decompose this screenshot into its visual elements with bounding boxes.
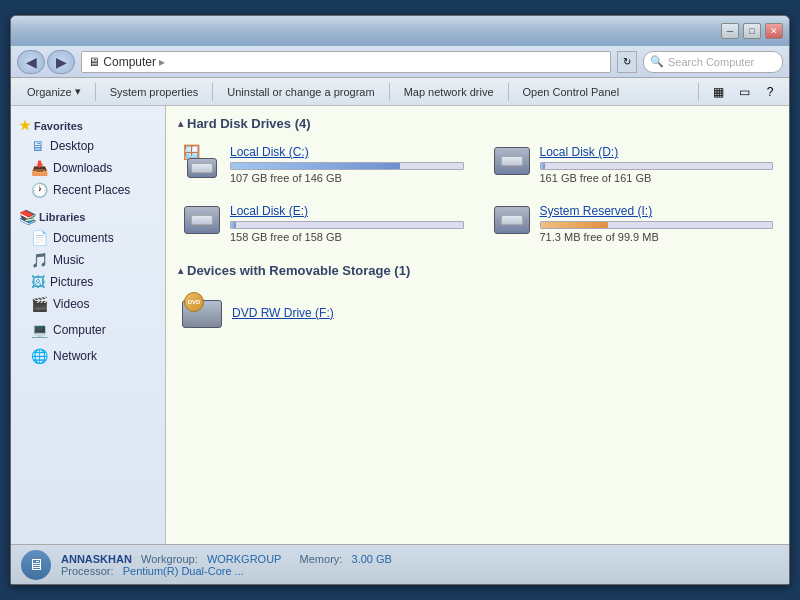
explorer-window: ─ □ ✕ ◀ ▶ 🖥 Computer ▸ ↻ 🔍 Search Comput… bbox=[10, 15, 790, 585]
removable-section-header: ▴ Devices with Removable Storage (1) bbox=[178, 263, 777, 278]
drive-c-hdd-shape bbox=[187, 158, 217, 178]
minimize-button[interactable]: ─ bbox=[721, 23, 739, 39]
drive-reserved-icon bbox=[492, 204, 532, 236]
toolbar-separator-5 bbox=[698, 83, 699, 101]
drive-e-icon bbox=[182, 204, 222, 236]
map-network-button[interactable]: Map network drive bbox=[396, 81, 502, 103]
dvd-disc-label: DVD bbox=[184, 292, 204, 312]
nav-buttons: ◀ ▶ bbox=[17, 50, 75, 74]
removable-section-label: Devices with Removable Storage (1) bbox=[187, 263, 410, 278]
drive-c-info: Local Disk (C:) 107 GB free of 146 GB bbox=[230, 145, 464, 184]
view-icon-button[interactable]: ▦ bbox=[707, 81, 729, 103]
processor-value: Pentium(R) Dual-Core ... bbox=[123, 565, 244, 577]
restore-button[interactable]: □ bbox=[743, 23, 761, 39]
hard-disk-triangle-icon: ▴ bbox=[178, 118, 183, 129]
drive-e-hdd-shape bbox=[184, 206, 220, 234]
sidebar-item-videos-label: Videos bbox=[53, 297, 89, 311]
drive-e-free-text: 158 GB free of 158 GB bbox=[230, 231, 464, 243]
search-box[interactable]: 🔍 Search Computer bbox=[643, 51, 783, 73]
drive-c-bar-container bbox=[230, 162, 464, 170]
address-path[interactable]: 🖥 Computer ▸ bbox=[81, 51, 611, 73]
sidebar-item-pictures[interactable]: 🖼 Pictures bbox=[11, 271, 165, 293]
address-dropdown-button[interactable]: ↻ bbox=[617, 51, 637, 73]
recent-icon: 🕐 bbox=[31, 182, 48, 198]
favorites-header[interactable]: ★ Favorites bbox=[11, 114, 165, 135]
workgroup-value: WORKGROUP bbox=[207, 553, 281, 565]
toolbar-separator-2 bbox=[212, 83, 213, 101]
title-bar: ─ □ ✕ bbox=[11, 16, 789, 46]
sidebar-item-downloads-label: Downloads bbox=[53, 161, 112, 175]
drive-reserved-name[interactable]: System Reserved (I:) bbox=[540, 204, 774, 218]
drive-reserved-item[interactable]: System Reserved (I:) 71.3 MB free of 99.… bbox=[488, 200, 778, 247]
system-properties-label: System properties bbox=[110, 86, 199, 98]
pictures-icon: 🖼 bbox=[31, 274, 45, 290]
drive-e-item[interactable]: Local Disk (E:) 158 GB free of 158 GB bbox=[178, 200, 468, 247]
search-placeholder: Search Computer bbox=[668, 56, 754, 68]
drive-c-name[interactable]: Local Disk (C:) bbox=[230, 145, 464, 159]
hard-disk-section-header: ▴ Hard Disk Drives (4) bbox=[178, 116, 777, 131]
open-control-panel-button[interactable]: Open Control Panel bbox=[515, 81, 628, 103]
drive-d-info: Local Disk (D:) 161 GB free of 161 GB bbox=[540, 145, 774, 184]
drives-grid: 🪟 Local Disk (C:) 107 GB free of 146 GB bbox=[178, 141, 777, 247]
downloads-icon: 📥 bbox=[31, 160, 48, 176]
dvd-drive-name[interactable]: DVD RW Drive (F:) bbox=[232, 306, 334, 320]
music-icon: 🎵 bbox=[31, 252, 48, 268]
computer-section: 💻 Computer bbox=[11, 319, 165, 341]
drive-d-name[interactable]: Local Disk (D:) bbox=[540, 145, 774, 159]
network-icon: 🌐 bbox=[31, 348, 48, 364]
sidebar-item-documents[interactable]: 📄 Documents bbox=[11, 227, 165, 249]
toolbar-right: ▦ ▭ ? bbox=[694, 81, 781, 103]
drive-e-bar-container bbox=[230, 221, 464, 229]
favorites-star-icon: ★ bbox=[19, 118, 31, 133]
sidebar-item-computer[interactable]: 💻 Computer bbox=[11, 319, 165, 341]
system-properties-button[interactable]: System properties bbox=[102, 81, 207, 103]
drive-d-item[interactable]: Local Disk (D:) 161 GB free of 161 GB bbox=[488, 141, 778, 188]
libraries-icon: 📚 bbox=[19, 209, 36, 225]
sidebar-item-computer-label: Computer bbox=[53, 323, 106, 337]
network-section: 🌐 Network bbox=[11, 345, 165, 367]
sidebar-item-videos[interactable]: 🎬 Videos bbox=[11, 293, 165, 315]
open-control-panel-label: Open Control Panel bbox=[523, 86, 620, 98]
close-button[interactable]: ✕ bbox=[765, 23, 783, 39]
drive-d-icon bbox=[492, 145, 532, 177]
drive-c-bar-fill bbox=[231, 163, 400, 169]
sidebar-item-recent-label: Recent Places bbox=[53, 183, 130, 197]
layout-icon-button[interactable]: ▭ bbox=[733, 81, 755, 103]
drive-e-name[interactable]: Local Disk (E:) bbox=[230, 204, 464, 218]
removable-triangle-icon: ▴ bbox=[178, 265, 183, 276]
back-button[interactable]: ◀ bbox=[17, 50, 45, 74]
memory-label: Memory: bbox=[300, 553, 343, 565]
sidebar-item-recent[interactable]: 🕐 Recent Places bbox=[11, 179, 165, 201]
libraries-header[interactable]: 📚 Libraries bbox=[11, 205, 165, 227]
sidebar-item-desktop[interactable]: 🖥 Desktop bbox=[11, 135, 165, 157]
sidebar-item-music[interactable]: 🎵 Music bbox=[11, 249, 165, 271]
organize-button[interactable]: Organize ▾ bbox=[19, 81, 89, 103]
processor-label: Processor: bbox=[61, 565, 114, 577]
favorites-section: ★ Favorites 🖥 Desktop 📥 Downloads 🕐 Rece… bbox=[11, 114, 165, 201]
address-icon: 🖥 bbox=[88, 55, 100, 69]
forward-button[interactable]: ▶ bbox=[47, 50, 75, 74]
sidebar-item-downloads[interactable]: 📥 Downloads bbox=[11, 157, 165, 179]
memory-value: 3.00 GB bbox=[352, 553, 392, 565]
address-chevron: ▸ bbox=[159, 55, 165, 69]
drive-c-icon: 🪟 bbox=[182, 145, 222, 177]
map-network-label: Map network drive bbox=[404, 86, 494, 98]
dvd-drive-item[interactable]: DVD DVD RW Drive (F:) bbox=[178, 288, 777, 332]
drive-d-hdd-shape bbox=[494, 147, 530, 175]
main-area: ★ Favorites 🖥 Desktop 📥 Downloads 🕐 Rece… bbox=[11, 106, 789, 544]
sidebar-item-documents-label: Documents bbox=[53, 231, 114, 245]
uninstall-label: Uninstall or change a program bbox=[227, 86, 374, 98]
drive-c-item[interactable]: 🪟 Local Disk (C:) 107 GB free of 146 GB bbox=[178, 141, 468, 188]
videos-icon: 🎬 bbox=[31, 296, 48, 312]
hard-disk-section-label: Hard Disk Drives (4) bbox=[187, 116, 311, 131]
toolbar-separator-4 bbox=[508, 83, 509, 101]
drive-e-info: Local Disk (E:) 158 GB free of 158 GB bbox=[230, 204, 464, 243]
sidebar-item-pictures-label: Pictures bbox=[50, 275, 93, 289]
uninstall-button[interactable]: Uninstall or change a program bbox=[219, 81, 382, 103]
drive-reserved-info: System Reserved (I:) 71.3 MB free of 99.… bbox=[540, 204, 774, 243]
help-icon-button[interactable]: ? bbox=[759, 81, 781, 103]
address-text: Computer bbox=[103, 55, 156, 69]
sidebar-item-network[interactable]: 🌐 Network bbox=[11, 345, 165, 367]
sidebar-item-desktop-label: Desktop bbox=[50, 139, 94, 153]
libraries-label: Libraries bbox=[39, 211, 85, 223]
